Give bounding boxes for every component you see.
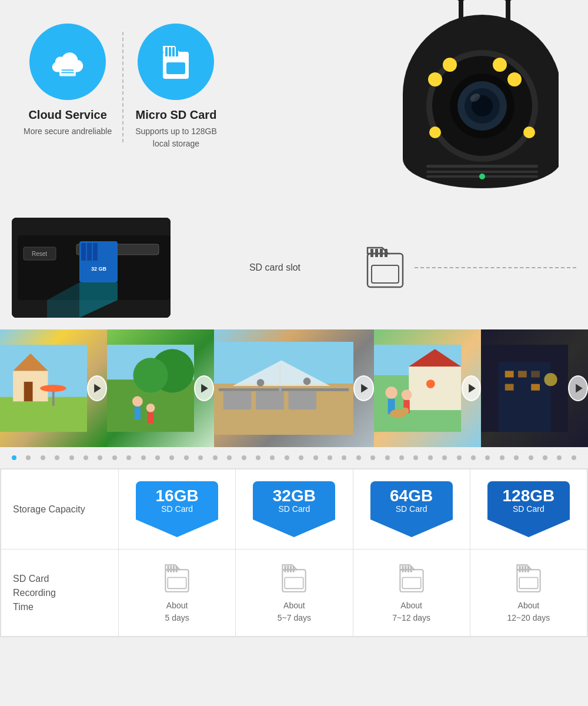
recording-time-label: SD CardRecordingTime xyxy=(1,550,119,637)
svg-text:Reset: Reset xyxy=(32,251,47,257)
svg-rect-127 xyxy=(524,566,526,572)
svg-rect-2 xyxy=(62,72,74,74)
cloud-icon-circle xyxy=(29,24,106,100)
storage-table: Storage Capacity 16GB SD Card 32GB SD Ca… xyxy=(1,469,587,637)
recording-time-row: SD CardRecordingTime About 5 xyxy=(1,550,587,637)
svg-point-27 xyxy=(523,126,535,138)
scene-3-svg xyxy=(214,329,353,447)
svg-rect-96 xyxy=(518,371,527,377)
svg-rect-122 xyxy=(402,578,420,589)
dot-20 xyxy=(285,455,289,460)
svg-rect-73 xyxy=(223,391,250,410)
play-button-2[interactable] xyxy=(194,375,214,401)
video-thumb-3[interactable] xyxy=(214,329,375,447)
sd-photo-inner: Reset 32 GB xyxy=(12,218,171,318)
camera-area xyxy=(306,0,588,200)
dot-40 xyxy=(572,455,576,460)
dot-4 xyxy=(55,455,59,460)
dot-12 xyxy=(169,455,174,460)
dot-31 xyxy=(442,455,447,460)
badge-128gb: 128GB SD Card xyxy=(487,481,570,537)
video-thumb-4[interactable] xyxy=(374,329,481,447)
video-thumb-1[interactable] xyxy=(0,329,107,447)
svg-point-24 xyxy=(507,72,522,86)
dot-35 xyxy=(500,455,505,460)
svg-rect-41 xyxy=(87,243,92,261)
svg-rect-113 xyxy=(290,566,292,572)
svg-rect-121 xyxy=(410,566,412,572)
dot-8 xyxy=(112,455,117,460)
capacity-row: Storage Capacity 16GB SD Card 32GB SD Ca… xyxy=(1,469,587,550)
sd-photo: Reset 32 GB xyxy=(12,218,171,318)
recording-cell-4: About 12~20 days xyxy=(470,550,587,637)
play-button-4[interactable] xyxy=(462,375,482,401)
svg-rect-75 xyxy=(288,391,316,410)
dot-3 xyxy=(41,455,45,460)
play-button-1[interactable] xyxy=(87,375,107,401)
storage-options-row: Cloud Service More secure andreliable xyxy=(12,18,229,156)
svg-rect-6 xyxy=(169,47,171,56)
svg-rect-54 xyxy=(0,397,87,432)
capacity-cell-32gb: 32GB SD Card xyxy=(236,469,353,550)
svg-rect-108 xyxy=(168,578,186,589)
svg-point-79 xyxy=(303,378,310,385)
dot-39 xyxy=(557,455,562,460)
svg-rect-126 xyxy=(522,566,523,572)
play-button-5[interactable] xyxy=(568,375,588,401)
capacity-cell-64gb: 64GB SD Card xyxy=(353,469,470,550)
play-button-3[interactable] xyxy=(353,375,375,401)
video-thumb-2[interactable] xyxy=(107,329,214,447)
recording-cell-2: About 5~7 days xyxy=(236,550,353,637)
dot-13 xyxy=(184,455,189,460)
svg-rect-17 xyxy=(426,165,538,168)
badge-32gb: 32GB SD Card xyxy=(253,481,335,537)
dot-5 xyxy=(69,455,74,460)
dot-23 xyxy=(328,455,332,460)
dot-14 xyxy=(198,455,203,460)
dot-22 xyxy=(313,455,318,460)
dot-26 xyxy=(370,455,375,460)
svg-rect-105 xyxy=(170,566,172,572)
dot-24 xyxy=(342,455,346,460)
badge-arrow-128gb xyxy=(487,519,570,537)
scene-5-svg xyxy=(481,329,568,447)
dot-18 xyxy=(256,455,260,460)
dot-34 xyxy=(485,455,490,460)
dot-2 xyxy=(26,455,31,460)
svg-rect-42 xyxy=(93,243,98,261)
dot-19 xyxy=(270,455,275,460)
svg-point-87 xyxy=(402,389,412,400)
svg-rect-120 xyxy=(407,566,409,572)
sd-slot-section: Reset 32 GB SD card slot xyxy=(0,212,588,329)
svg-point-85 xyxy=(386,387,398,399)
svg-rect-9 xyxy=(166,62,185,74)
storage-capacity-label: Storage Capacity xyxy=(1,469,119,550)
badge-64gb: 64GB SD Card xyxy=(370,481,453,537)
svg-rect-111 xyxy=(285,566,286,572)
badge-16gb: 16GB SD Card xyxy=(136,481,218,537)
svg-point-67 xyxy=(146,404,155,412)
video-thumb-5[interactable] xyxy=(481,329,588,447)
sd-icon-gray-3 xyxy=(397,561,426,594)
sd-icon-gray-4 xyxy=(514,561,543,594)
dot-15 xyxy=(213,455,218,460)
recording-days-1: About 5 days xyxy=(165,600,189,624)
svg-rect-68 xyxy=(148,412,153,424)
cloud-service-desc: More secure andreliable xyxy=(24,125,112,138)
badge-arrow-16gb xyxy=(136,519,218,537)
sdcard-icon-circle xyxy=(138,24,214,100)
recording-days-3: About 7~12 days xyxy=(392,600,430,624)
dot-7 xyxy=(98,455,102,460)
capacity-cell-16gb: 16GB SD Card xyxy=(119,469,236,550)
svg-point-100 xyxy=(544,373,557,386)
video-strip xyxy=(0,329,588,447)
dot-27 xyxy=(385,455,390,460)
svg-rect-118 xyxy=(402,566,403,572)
scene-4-svg xyxy=(374,329,461,447)
microsd-desc: Supports up to 128GBlocal storage xyxy=(135,125,217,150)
microsd-title: Micro SD Card xyxy=(136,108,217,122)
cloud-service-title: Cloud Service xyxy=(28,108,106,122)
dot-10 xyxy=(141,455,146,460)
sd-slot-icon xyxy=(365,243,406,292)
svg-rect-98 xyxy=(505,384,514,391)
